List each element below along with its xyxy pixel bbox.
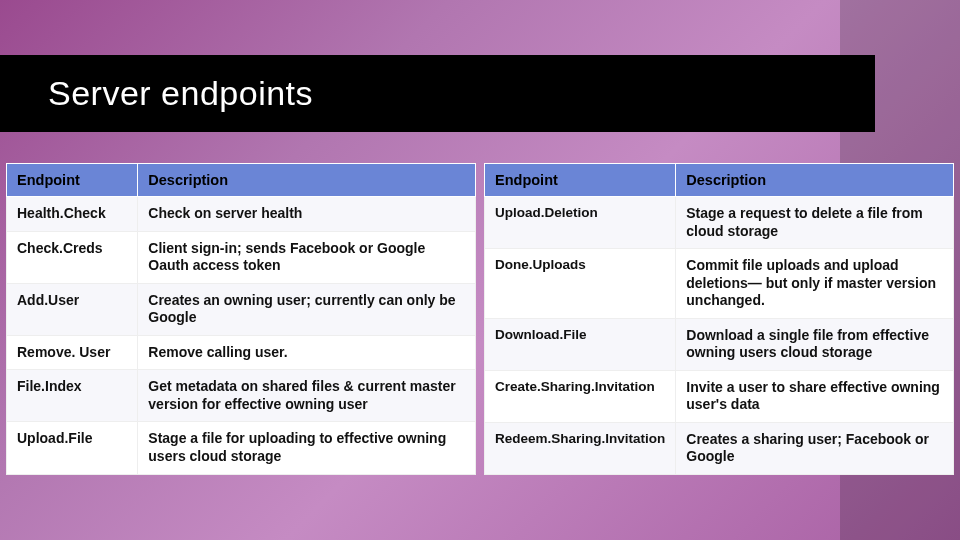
endpoint-cell: Add.User: [7, 283, 138, 335]
endpoint-cell: Create.Sharing.Invitation: [485, 370, 676, 422]
endpoint-cell: Health.Check: [7, 197, 138, 232]
endpoint-cell: File.Index: [7, 370, 138, 422]
description-cell: Remove calling user.: [138, 335, 476, 370]
table-row: Upload.Deletion Stage a request to delet…: [485, 197, 954, 249]
description-cell: Invite a user to share effective owning …: [676, 370, 954, 422]
col-header-endpoint: Endpoint: [485, 164, 676, 197]
endpoint-cell: Download.File: [485, 318, 676, 370]
table-row: Add.User Creates an owning user; current…: [7, 283, 476, 335]
table-row: Done.Uploads Commit file uploads and upl…: [485, 249, 954, 319]
table-row: File.Index Get metadata on shared files …: [7, 370, 476, 422]
endpoints-table-left: Endpoint Description Health.Check Check …: [6, 163, 476, 475]
tables-container: Endpoint Description Health.Check Check …: [6, 163, 954, 475]
table-row: Upload.File Stage a file for uploading t…: [7, 422, 476, 474]
table-row: Check.Creds Client sign-in; sends Facebo…: [7, 231, 476, 283]
endpoint-cell: Check.Creds: [7, 231, 138, 283]
table-row: Create.Sharing.Invitation Invite a user …: [485, 370, 954, 422]
description-cell: Commit file uploads and upload deletions…: [676, 249, 954, 319]
description-cell: Stage a request to delete a file from cl…: [676, 197, 954, 249]
table-row: Health.Check Check on server health: [7, 197, 476, 232]
table-header-row: Endpoint Description: [7, 164, 476, 197]
endpoint-cell: Redeem.Sharing.Invitation: [485, 422, 676, 474]
endpoint-cell: Remove. User: [7, 335, 138, 370]
description-cell: Check on server health: [138, 197, 476, 232]
table-row: Remove. User Remove calling user.: [7, 335, 476, 370]
col-header-endpoint: Endpoint: [7, 164, 138, 197]
table-header-row: Endpoint Description: [485, 164, 954, 197]
endpoint-cell: Upload.File: [7, 422, 138, 474]
description-cell: Client sign-in; sends Facebook or Google…: [138, 231, 476, 283]
description-cell: Download a single file from effective ow…: [676, 318, 954, 370]
endpoint-cell: Upload.Deletion: [485, 197, 676, 249]
description-cell: Creates an owning user; currently can on…: [138, 283, 476, 335]
col-header-description: Description: [138, 164, 476, 197]
description-cell: Creates a sharing user; Facebook or Goog…: [676, 422, 954, 474]
endpoint-cell: Done.Uploads: [485, 249, 676, 319]
table-row: Redeem.Sharing.Invitation Creates a shar…: [485, 422, 954, 474]
table-row: Download.File Download a single file fro…: [485, 318, 954, 370]
description-cell: Stage a file for uploading to effective …: [138, 422, 476, 474]
title-bar: Server endpoints: [0, 55, 875, 132]
slide-title: Server endpoints: [48, 74, 313, 113]
description-cell: Get metadata on shared files & current m…: [138, 370, 476, 422]
endpoints-table-right: Endpoint Description Upload.Deletion Sta…: [484, 163, 954, 475]
col-header-description: Description: [676, 164, 954, 197]
